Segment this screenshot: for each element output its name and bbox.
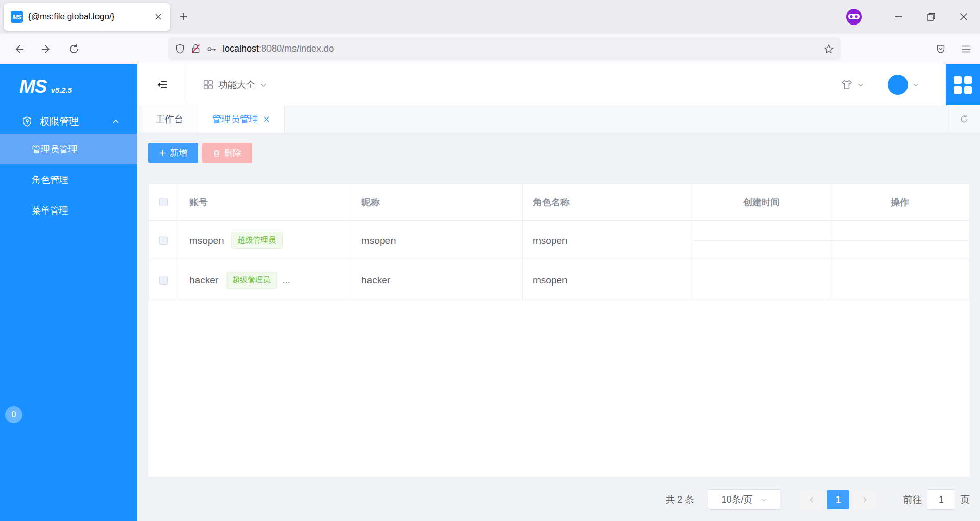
created-cell: [693, 260, 830, 300]
row-checkbox[interactable]: [159, 276, 168, 285]
column-header-actions: 操作: [830, 184, 970, 220]
table-row[interactable]: hacker 超级管理员 ... hacker msopen: [148, 260, 970, 300]
new-tab-button[interactable]: [176, 9, 191, 25]
url-bar[interactable]: localhost:8080/ms/index.do: [168, 37, 841, 60]
sidebar-item-admin-management[interactable]: 管理员管理: [0, 134, 137, 164]
delete-button-label: 删除: [224, 147, 241, 159]
feature-menu-dropdown[interactable]: 功能大全: [203, 79, 267, 91]
chevron-up-icon: [112, 117, 120, 126]
tab-close-icon[interactable]: [151, 10, 165, 24]
feature-menu-label: 功能大全: [218, 79, 255, 91]
refresh-icon[interactable]: [948, 105, 980, 133]
role-value: msopen: [523, 221, 693, 260]
url-path: :8080/ms/index.do: [259, 43, 334, 54]
url-domain: localhost: [223, 43, 259, 54]
shield-key-icon: [21, 116, 33, 127]
badge-value: 0: [12, 410, 16, 419]
app-logo[interactable]: MS v5.2.5: [0, 64, 137, 109]
sidebar-item-label: 管理员管理: [32, 143, 78, 155]
main-area: 功能大全 工作台: [137, 64, 980, 521]
sidebar-item-menu-management[interactable]: 菜单管理: [0, 195, 137, 226]
sidebar-badge[interactable]: 0: [5, 406, 22, 423]
theme-dropdown[interactable]: [841, 79, 864, 91]
add-button-label: 新增: [170, 147, 187, 159]
chevron-down-icon: [260, 81, 267, 89]
tab-label: 管理员管理: [212, 113, 258, 125]
page-size-value: 10条/页: [721, 493, 752, 506]
delete-button[interactable]: 删除: [202, 143, 252, 163]
tab-workbench[interactable]: 工作台: [141, 105, 198, 133]
extension-icon[interactable]: [845, 8, 863, 26]
column-header-account: 账号: [179, 184, 351, 220]
apps-grid-button[interactable]: [946, 64, 980, 105]
shield-icon[interactable]: [175, 43, 185, 54]
sidebar-menu-label: 权限管理: [40, 115, 112, 128]
bookmark-star-icon[interactable]: [823, 43, 835, 55]
chevron-down-icon: [857, 81, 864, 88]
role-tag: 超级管理员: [231, 232, 283, 249]
pocket-icon[interactable]: [935, 43, 946, 55]
browser-tab-strip: MS {@ms:file global.logo/}: [0, 0, 980, 34]
sidebar-item-label: 菜单管理: [32, 204, 68, 217]
sidebar-item-role-management[interactable]: 角色管理: [0, 164, 137, 195]
actions-cell: [830, 260, 970, 300]
actions-cell: [830, 221, 970, 260]
role-tag: 超级管理员: [226, 272, 277, 289]
page-tab-bar: 工作台 管理员管理: [137, 105, 980, 133]
goto-prefix: 前往: [903, 493, 922, 506]
page-number-current[interactable]: 1: [827, 490, 849, 509]
url-text[interactable]: localhost:8080/ms/index.do: [223, 43, 819, 54]
logo-version: v5.2.5: [51, 86, 72, 94]
logo-text: MS: [19, 76, 47, 98]
user-dropdown[interactable]: [888, 75, 919, 95]
key-icon[interactable]: [206, 43, 217, 55]
goto-page-input[interactable]: [927, 489, 955, 510]
menu-fold-icon[interactable]: [137, 64, 187, 105]
lock-crossed-icon[interactable]: [190, 43, 201, 54]
next-page-button[interactable]: [853, 490, 876, 509]
browser-tab-title: {@ms:file global.logo/}: [28, 12, 151, 22]
forward-icon[interactable]: [36, 38, 57, 60]
goto-suffix: 页: [961, 493, 970, 506]
tshirt-icon: [841, 79, 853, 91]
tab-admin-management[interactable]: 管理员管理: [198, 105, 285, 133]
tab-close-icon[interactable]: [263, 116, 270, 123]
reload-icon[interactable]: [63, 38, 85, 60]
pagination-total: 共 2 条: [666, 493, 694, 506]
window-minimize-button[interactable]: [882, 0, 915, 34]
sidebar-item-permission-management[interactable]: 权限管理: [0, 109, 137, 134]
table-card: 账号 昵称 角色名称 创建时间 操作 msopen 超级管理员 msopen m…: [148, 183, 970, 477]
browser-tab[interactable]: MS {@ms:file global.logo/}: [4, 3, 170, 31]
menu-hamburger-icon[interactable]: [961, 43, 972, 55]
table-row[interactable]: msopen 超级管理员 msopen msopen: [148, 221, 970, 260]
more-ellipsis: ...: [282, 275, 290, 286]
content-area: 新增 删除 账号 昵称 角色名称 创建时间 操作 msopen 超级管理员: [137, 133, 980, 521]
table-header-row: 账号 昵称 角色名称 创建时间 操作: [148, 183, 970, 221]
sidebar: MS v5.2.5 权限管理 管理员管理 角色管理 菜单管理 0: [0, 64, 137, 521]
page-size-select[interactable]: 10条/页: [708, 489, 780, 510]
avatar: [888, 75, 908, 95]
grid-icon: [203, 79, 214, 90]
account-value: msopen: [189, 235, 224, 246]
pagination: 共 2 条 10条/页 1 前往 页: [148, 489, 970, 510]
account-value: hacker: [189, 275, 218, 286]
window-close-button[interactable]: [947, 0, 980, 34]
browser-toolbar: localhost:8080/ms/index.do: [0, 34, 980, 64]
window-restore-button[interactable]: [915, 0, 947, 34]
chevron-down-icon: [760, 496, 767, 503]
row-checkbox[interactable]: [159, 236, 168, 245]
created-cell: [693, 221, 830, 260]
sidebar-item-label: 角色管理: [32, 174, 68, 186]
tab-label: 工作台: [156, 113, 183, 125]
nickname-value: msopen: [351, 221, 523, 260]
select-all-checkbox[interactable]: [159, 198, 168, 206]
back-icon[interactable]: [8, 38, 30, 60]
chevron-down-icon: [912, 81, 919, 88]
role-value: msopen: [523, 260, 693, 300]
nickname-value: hacker: [351, 260, 523, 300]
app-header: 功能大全: [137, 64, 980, 105]
add-button[interactable]: 新增: [148, 143, 198, 163]
prev-page-button[interactable]: [800, 490, 823, 509]
column-header-created: 创建时间: [693, 184, 830, 220]
column-header-role: 角色名称: [523, 184, 693, 220]
